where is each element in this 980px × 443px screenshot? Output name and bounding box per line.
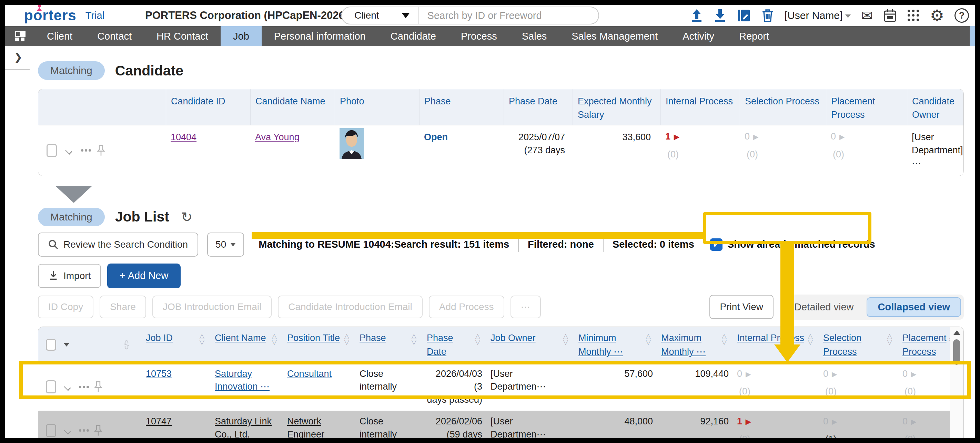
expand-icon xyxy=(753,132,758,141)
internal-process-count[interactable]: 1 xyxy=(665,130,735,143)
gear-icon[interactable]: ⚙ xyxy=(930,8,944,24)
logo-figure-icon xyxy=(38,5,41,8)
upload-icon[interactable] xyxy=(690,9,703,22)
sort-icon[interactable] xyxy=(272,331,277,345)
apps-grid-icon[interactable] xyxy=(907,9,920,22)
page-scrollbar[interactable] xyxy=(970,26,975,46)
selection-process-count[interactable]: 0 xyxy=(745,130,821,143)
porters-logo[interactable]: porters xyxy=(24,7,76,24)
nav-item-sales[interactable]: Sales xyxy=(509,26,560,46)
candidate-id-link[interactable]: 10404 xyxy=(171,132,196,142)
sort-icon[interactable] xyxy=(344,331,349,345)
nav-item-report[interactable]: Report xyxy=(727,26,781,46)
pin-icon[interactable] xyxy=(97,144,105,157)
import-row: Import + Add New xyxy=(38,264,964,288)
nav-item-activity[interactable]: Activity xyxy=(670,26,727,46)
sort-icon[interactable] xyxy=(475,331,480,345)
detailed-view-tab[interactable]: Detailed view xyxy=(784,298,864,316)
review-search-condition-button[interactable]: Review the Search Condition xyxy=(38,232,198,257)
chevron-down-icon[interactable] xyxy=(64,428,72,433)
trash-icon[interactable] xyxy=(761,8,774,23)
sort-icon[interactable] xyxy=(563,331,568,345)
select-menu-caret-icon[interactable] xyxy=(64,343,69,346)
col-candidate-name: Candidate Name xyxy=(250,89,335,125)
search-scope-select[interactable]: Client xyxy=(354,10,379,21)
nav-item-process[interactable]: Process xyxy=(449,26,509,46)
matching-badge: Matching xyxy=(38,208,105,226)
add-new-button[interactable]: + Add New xyxy=(107,264,181,288)
row-checkbox[interactable] xyxy=(46,144,57,157)
actions-row: ID Copy Share JOB Introduction Email Can… xyxy=(38,295,964,320)
calendar-icon[interactable] xyxy=(883,8,897,23)
scroll-up-icon[interactable] xyxy=(953,330,960,335)
nav-item-candidate[interactable]: Candidate xyxy=(378,26,449,46)
sort-icon[interactable] xyxy=(199,331,204,345)
porters-app-window: porters Trial PORTERS Corporation (HPCap… xyxy=(0,0,980,443)
more-actions-button: ⋯ xyxy=(511,295,541,318)
more-actions-icon[interactable] xyxy=(81,149,83,152)
internal-process-cell: 1 (0) xyxy=(733,411,819,443)
scope-caret-icon[interactable] xyxy=(402,13,409,18)
placement-process-sub: (0) xyxy=(902,433,945,443)
main-navbar: Client Contact HR Contact Job Personal i… xyxy=(5,26,975,46)
mail-icon[interactable]: ✉ xyxy=(861,9,873,22)
memo-edit-icon[interactable] xyxy=(737,8,751,23)
more-actions-icon[interactable] xyxy=(79,429,81,432)
client-name-link[interactable]: Saturday LinkCo., Ltd. xyxy=(215,416,279,441)
highlight-checkbox-box xyxy=(703,212,872,244)
job-row-10747-highlighted: 10747 Saturday LinkCo., Ltd. NetworkEngi… xyxy=(38,411,950,443)
scroll-down-icon[interactable] xyxy=(953,439,960,443)
position-title-link[interactable]: NetworkEngineer xyxy=(287,416,351,441)
candidate-header-controls xyxy=(38,89,166,125)
selection-process-sub: (1) xyxy=(823,433,894,443)
row-checkbox[interactable] xyxy=(46,424,56,437)
print-view-button[interactable]: Print View xyxy=(710,295,773,319)
candidate-owner-value: [User Department] ⋯ xyxy=(907,125,964,175)
help-icon[interactable]: ? xyxy=(955,8,969,23)
sidebar-divider xyxy=(5,69,30,70)
candidate-name-link[interactable]: Ava Young xyxy=(255,132,299,142)
placement-process-count[interactable]: 0 xyxy=(902,415,945,428)
sort-icon[interactable] xyxy=(808,331,813,345)
candidate-introduction-email-button: Candidate Introduction Email xyxy=(278,295,423,318)
download-icon[interactable] xyxy=(714,9,727,22)
nav-item-client[interactable]: Client xyxy=(35,26,85,46)
expand-sidebar-icon[interactable]: ❯ xyxy=(14,51,30,63)
section-arrow-divider xyxy=(55,186,92,203)
expand-icon xyxy=(832,417,837,427)
selection-process-cell: 0 (1) xyxy=(819,411,898,443)
page-size-select[interactable]: 50 xyxy=(207,232,244,257)
selected-text: Selected: 0 items xyxy=(612,239,694,250)
internal-process-sub: (0) xyxy=(665,148,735,161)
pin-icon[interactable] xyxy=(94,424,103,437)
nav-item-hr-contact[interactable]: HR Contact xyxy=(144,26,221,46)
job-section-title: Job List xyxy=(115,209,169,225)
import-button[interactable]: Import xyxy=(38,264,101,288)
chevron-down-icon[interactable] xyxy=(65,148,73,153)
unlink-icon[interactable] xyxy=(122,339,131,350)
nav-item-contact[interactable]: Contact xyxy=(85,26,144,46)
nav-item-job[interactable]: Job xyxy=(221,26,262,46)
select-all-checkbox[interactable] xyxy=(46,339,56,351)
user-menu[interactable]: [User Name] xyxy=(784,10,851,21)
selection-process-count[interactable]: 0 xyxy=(823,415,894,428)
sort-icon[interactable] xyxy=(887,331,892,345)
search-icon xyxy=(48,240,59,250)
refresh-icon[interactable]: ↻ xyxy=(181,209,193,225)
sort-icon[interactable] xyxy=(646,331,651,345)
nav-item-personal-information[interactable]: Personal information xyxy=(262,26,378,46)
sort-icon[interactable] xyxy=(721,331,727,345)
job-header-controls xyxy=(38,327,142,363)
search-input[interactable] xyxy=(419,10,598,21)
col-phase: Phase xyxy=(355,327,423,363)
job-table-header: Job ID Client Name Position Title Phase … xyxy=(38,327,950,363)
col-phase-date: Phase Date xyxy=(423,327,486,363)
internal-process-count[interactable]: 1 xyxy=(737,415,815,428)
collapsed-view-tab[interactable]: Collapsed view xyxy=(867,297,961,317)
placement-process-count[interactable]: 0 xyxy=(831,130,902,143)
nav-item-sales-management[interactable]: Sales Management xyxy=(559,26,670,46)
sort-icon[interactable] xyxy=(411,331,417,345)
nav-dashboard-icon[interactable] xyxy=(5,26,35,46)
job-id-link[interactable]: 10747 xyxy=(146,416,172,427)
candidate-photo[interactable] xyxy=(339,128,364,159)
